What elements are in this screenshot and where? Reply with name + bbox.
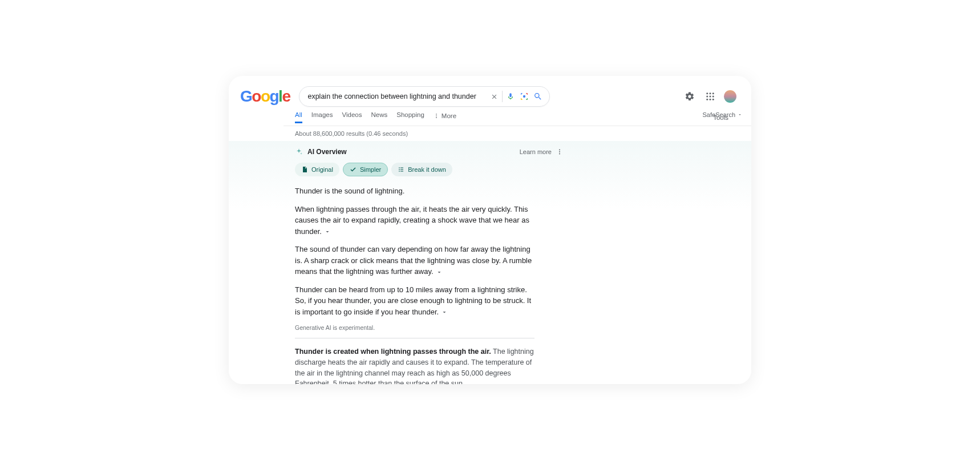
lens-icon[interactable] — [517, 90, 531, 103]
svg-point-12 — [436, 117, 437, 118]
svg-point-9 — [712, 99, 714, 100]
chevron-down-icon[interactable] — [324, 228, 331, 235]
chevron-down-icon[interactable] — [441, 309, 448, 316]
pill-original[interactable]: Original — [295, 163, 339, 176]
ai-overview-title: AI Overview — [307, 148, 347, 156]
list-icon — [398, 166, 404, 173]
divider — [502, 91, 503, 102]
search-bar — [299, 86, 550, 107]
ai-paragraph-1: Thunder is the sound of lightning. — [295, 185, 534, 197]
ai-content: Thunder is the sound of lightning. When … — [295, 185, 534, 317]
svg-point-8 — [710, 99, 711, 100]
ai-header: AI Overview Learn more — [295, 148, 740, 156]
ai-overview-section: AI Overview Learn more Original Simpler … — [229, 141, 751, 384]
tab-more-label: More — [442, 112, 456, 119]
pill-simpler[interactable]: Simpler — [343, 163, 388, 176]
top-bar: Google — [229, 76, 751, 109]
result-stats: About 88,600,000 results (0.46 seconds) — [229, 126, 751, 141]
pill-original-label: Original — [311, 166, 333, 173]
svg-point-11 — [436, 115, 437, 116]
svg-point-7 — [706, 99, 708, 100]
svg-point-10 — [436, 114, 437, 115]
svg-point-15 — [559, 154, 560, 155]
tab-more[interactable]: More — [434, 111, 456, 123]
svg-point-4 — [706, 96, 708, 98]
tab-images[interactable]: Images — [311, 111, 333, 123]
chevron-down-icon[interactable] — [436, 269, 443, 276]
svg-point-3 — [712, 92, 714, 94]
search-results-window: Google — [229, 76, 751, 384]
check-icon — [350, 166, 357, 173]
safesearch-dropdown[interactable]: SafeSearch — [703, 111, 742, 118]
tab-videos[interactable]: Videos — [342, 111, 362, 123]
svg-point-1 — [706, 92, 708, 94]
tab-news[interactable]: News — [371, 111, 387, 123]
search-input[interactable] — [307, 92, 487, 100]
google-logo[interactable]: Google — [240, 87, 290, 106]
profile-avatar[interactable] — [724, 90, 736, 103]
top-right — [683, 90, 740, 103]
search-icon[interactable] — [531, 90, 545, 103]
tab-all[interactable]: All — [295, 111, 302, 123]
svg-point-6 — [712, 96, 714, 98]
tab-shopping[interactable]: Shopping — [396, 111, 424, 123]
tabs: All Images Videos News Shopping More — [295, 111, 456, 123]
pill-breakdown[interactable]: Break it down — [391, 163, 452, 176]
svg-point-5 — [710, 96, 711, 98]
document-icon — [301, 166, 308, 173]
ai-mode-pills: Original Simpler Break it down — [295, 163, 740, 176]
safesearch-label: SafeSearch — [703, 111, 735, 118]
divider — [295, 338, 534, 338]
pill-breakdown-label: Break it down — [408, 166, 446, 173]
ai-paragraph-3: The sound of thunder can vary depending … — [295, 244, 534, 277]
mic-icon[interactable] — [504, 90, 517, 103]
snippet-bold: Thunder is created when lightning passes… — [295, 348, 491, 356]
tabs-row: All Images Videos News Shopping More Too… — [284, 109, 751, 126]
ai-disclaimer: Generative AI is experimental. — [295, 324, 740, 331]
pill-simpler-label: Simpler — [360, 166, 381, 173]
result-snippet: Thunder is created when lightning passes… — [295, 346, 534, 384]
apps-icon[interactable] — [703, 90, 717, 103]
sparkle-icon — [295, 148, 303, 156]
svg-point-0 — [523, 95, 525, 98]
learn-more-link[interactable]: Learn more — [520, 148, 552, 155]
ai-paragraph-2: When lightning passes through the air, i… — [295, 204, 534, 237]
svg-point-14 — [559, 151, 560, 152]
svg-point-2 — [710, 92, 711, 94]
clear-icon[interactable] — [487, 90, 501, 103]
settings-icon[interactable] — [683, 90, 696, 103]
svg-point-13 — [559, 150, 560, 151]
ai-paragraph-4: Thunder can be heard from up to 10 miles… — [295, 284, 534, 318]
ai-menu-icon[interactable] — [556, 148, 563, 155]
